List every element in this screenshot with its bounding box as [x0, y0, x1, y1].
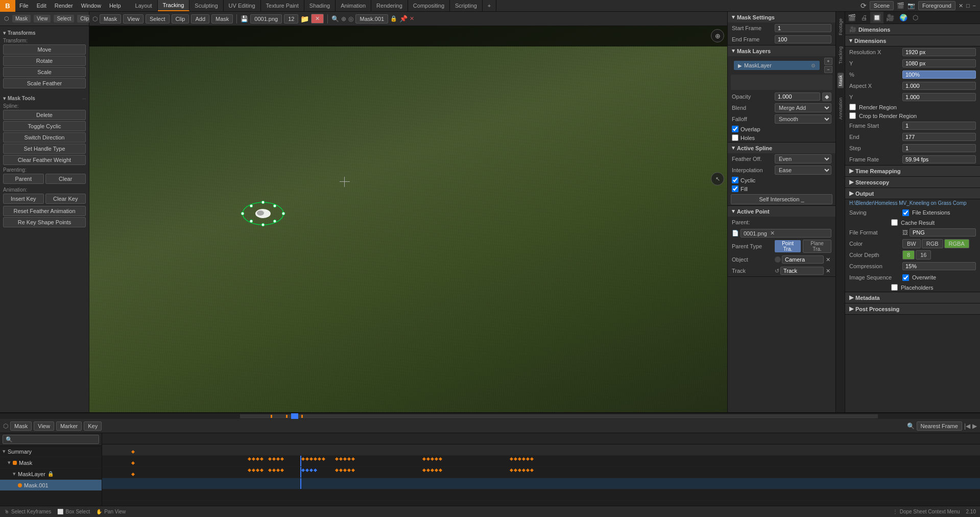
tab-scripting[interactable]: Scripting [450, 0, 483, 11]
menu-window[interactable]: Window [77, 0, 105, 11]
cache-result-check[interactable] [891, 219, 898, 226]
aspect-x-value[interactable]: 1.000 [902, 82, 976, 90]
tl-key-btn[interactable]: Key [84, 421, 102, 431]
feather-off-select[interactable]: Even [775, 154, 831, 163]
output-properties-tab[interactable]: 🖨 [858, 12, 870, 24]
pin-icon[interactable]: ─ [83, 96, 86, 101]
close-window-icon[interactable]: ✕ [959, 3, 963, 9]
render-properties-tab[interactable]: 🎬 [845, 12, 858, 24]
depth-8-btn[interactable]: 8 [902, 250, 915, 260]
nearest-frame-btn[interactable]: Nearest Frame [917, 421, 962, 431]
object-properties-tab[interactable]: ⬡ [910, 12, 921, 24]
layer-options-icon[interactable]: ⚙ [811, 63, 816, 68]
object-value[interactable]: Camera [782, 255, 824, 264]
annotation-label[interactable]: Annotation [838, 96, 844, 122]
menu-edit[interactable]: Edit [33, 0, 51, 11]
tab-layout[interactable]: Layout [130, 0, 158, 11]
tl-view-btn[interactable]: View [34, 421, 54, 431]
frame-rate-value[interactable]: 59.94 fps [902, 155, 976, 163]
crop-render-check[interactable] [849, 112, 856, 119]
mask-label[interactable]: Mask [838, 73, 844, 88]
view-controls[interactable]: ⊕ [341, 15, 346, 22]
dimensions-header[interactable]: ▾ Dimensions [845, 35, 980, 46]
scale-btn[interactable]: Scale [3, 67, 86, 77]
interpolation-select[interactable]: Ease [775, 166, 831, 175]
collapse-arrow[interactable]: ▾ [3, 30, 6, 36]
render-region-check[interactable] [849, 104, 856, 110]
track-masklayer[interactable]: ▾ MaskLayer 🔒 [0, 468, 102, 480]
tab-uv-editing[interactable]: UV Editing [224, 0, 261, 11]
frame-end-value[interactable]: 177 [902, 133, 976, 141]
filename-display[interactable]: 0001.png [250, 14, 282, 24]
delete-btn[interactable]: Delete [3, 110, 86, 120]
lock-icon[interactable]: 🔒 [390, 15, 397, 22]
mask-name-display[interactable]: Mask.001 [355, 14, 388, 24]
menu-render[interactable]: Render [51, 0, 77, 11]
play-icon[interactable]: ▶ [972, 422, 977, 430]
mode-selector[interactable]: Mask [12, 15, 31, 22]
re-key-points-btn[interactable]: Re Key Shape Points [3, 217, 86, 227]
clear-track-btn[interactable]: ✕ [825, 268, 831, 274]
tab-tracking[interactable]: Tracking [158, 0, 190, 11]
end-frame-value[interactable]: 100 [775, 35, 831, 43]
track-mask[interactable]: ▾ Mask [0, 457, 102, 468]
blend-select[interactable]: Merge Add [775, 103, 831, 112]
reset-feather-btn[interactable]: Reset Feather Animation [3, 206, 86, 216]
remove-layer-btn[interactable]: − [824, 66, 832, 73]
parent-btn[interactable]: Parent [3, 174, 44, 184]
view-controls2[interactable]: ◎ [348, 15, 353, 22]
falloff-select[interactable]: Smooth [775, 114, 831, 124]
scene-button[interactable]: Scene [870, 1, 894, 10]
app-logo[interactable]: B [0, 0, 15, 12]
filter-icon[interactable]: 🔍 [907, 422, 915, 430]
self-intersection-btn[interactable]: Self Intersection _ [731, 194, 832, 204]
playback-icons[interactable]: |◀ [964, 422, 970, 430]
zoom-fit-icon[interactable]: ⊕ [711, 29, 724, 42]
tab-rendering[interactable]: Rendering [371, 0, 408, 11]
depth-16-btn[interactable]: 16 [916, 250, 931, 260]
mask-settings-header[interactable]: ▾ Mask Settings [728, 12, 835, 22]
footage-label[interactable]: Footage [838, 16, 844, 37]
track-value[interactable]: Track [780, 267, 824, 275]
sync-icon[interactable]: ⟳ [861, 2, 867, 10]
zoom-icon[interactable]: 🔍 [331, 15, 339, 22]
frame-step-value[interactable]: 1 [902, 144, 976, 152]
mask-btn[interactable]: Mask [211, 14, 233, 24]
post-processing-header[interactable]: ▶ Post Processing [845, 303, 980, 315]
file-format-value[interactable]: PNG [910, 228, 976, 237]
plane-track-btn[interactable]: Plane Tra. [803, 240, 831, 253]
cyclic-checkbox[interactable] [732, 177, 738, 183]
opacity-button[interactable]: ◆ [822, 92, 831, 101]
select-menu-btn[interactable]: Select [54, 15, 74, 22]
tl-mode-btn[interactable]: Mask [10, 421, 32, 431]
scrub-bar[interactable] [0, 413, 980, 419]
frame-start-value[interactable]: 1 [902, 122, 976, 130]
tab-animation[interactable]: Animation [336, 0, 371, 11]
switch-direction-btn[interactable]: Switch Direction [3, 132, 86, 143]
point-track-btn[interactable]: Point Tra. [775, 240, 801, 252]
overwrite-check[interactable] [902, 274, 909, 281]
clear-object-btn[interactable]: ✕ [825, 256, 831, 263]
pan-view-item[interactable]: ✋ Pan View [96, 509, 126, 514]
viewport[interactable]: ⊕ ↖ [89, 26, 727, 412]
close-clip-btn[interactable]: ✕ [311, 14, 324, 24]
tab-compositing[interactable]: Compositing [408, 0, 450, 11]
mask-layers-header[interactable]: ▾ Mask Layers [728, 45, 835, 56]
menu-file[interactable]: File [15, 0, 33, 11]
save-icon[interactable]: 💾 [241, 15, 248, 22]
start-frame-value[interactable]: 1 [775, 24, 831, 32]
placeholders-check[interactable] [891, 284, 898, 291]
nav-icon[interactable]: ⬡ [92, 15, 98, 22]
world-properties-tab[interactable]: 🌍 [897, 12, 910, 24]
rotate-btn[interactable]: Rotate [3, 56, 86, 66]
move-btn[interactable]: Move [3, 44, 86, 55]
open-folder-icon[interactable]: 📁 [300, 15, 309, 23]
tracking-label[interactable]: Tracking [838, 44, 844, 66]
tab-shading[interactable]: Shading [304, 0, 336, 11]
clear-parent-btn[interactable]: ✕ [769, 230, 776, 237]
add-btn[interactable]: Add [191, 14, 209, 24]
tl-marker-btn[interactable]: Marker [56, 421, 82, 431]
set-handle-type-btn[interactable]: Set Handle Type [3, 144, 86, 154]
opacity-value[interactable]: 1.000 [775, 92, 820, 101]
clear-feather-weight-btn[interactable]: Clear Feather Weight [3, 155, 86, 165]
